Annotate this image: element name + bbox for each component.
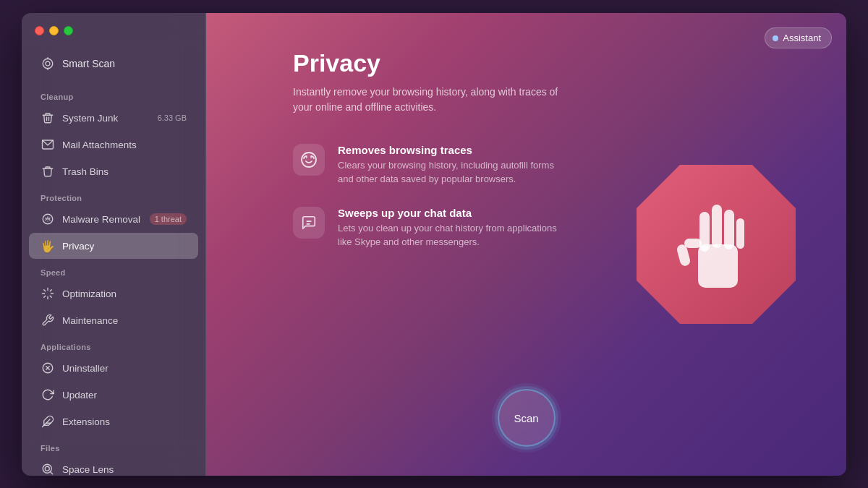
sidebar-item-maintenance[interactable]: Maintenance xyxy=(29,307,198,333)
updater-label: Updater xyxy=(62,390,97,401)
sidebar-item-mail-attachments[interactable]: Mail Attachments xyxy=(29,132,198,158)
sidebar-item-optimization[interactable]: Optimization xyxy=(29,281,198,307)
page-title: Privacy xyxy=(293,49,803,77)
section-header-cleanup: Cleanup xyxy=(22,87,205,104)
chat-data-desc: Lets you clean up your chat history from… xyxy=(338,222,569,249)
browsing-traces-title: Removes browsing traces xyxy=(338,144,569,156)
extensions-label: Extensions xyxy=(62,416,110,427)
assistant-label: Assistant xyxy=(783,33,821,43)
section-header-speed: Speed xyxy=(22,262,205,280)
sidebar-item-system-junk[interactable]: System Junk 6.33 GB xyxy=(29,105,198,131)
system-junk-size: 6.33 GB xyxy=(158,114,187,122)
privacy-icon: 🖐 xyxy=(41,239,55,253)
svg-line-11 xyxy=(50,296,51,297)
svg-line-14 xyxy=(44,296,46,297)
assistant-button[interactable]: Assistant xyxy=(765,27,832,48)
maintenance-label: Maintenance xyxy=(62,315,118,326)
svg-rect-38 xyxy=(724,210,734,249)
section-protection: Protection Malware Removal 1 threat 🖐 Pr… xyxy=(22,185,205,260)
extensions-icon xyxy=(41,414,55,429)
sidebar-item-malware-removal[interactable]: Malware Removal 1 threat xyxy=(29,206,198,232)
scan-button-label: Scan xyxy=(514,412,538,424)
svg-point-1 xyxy=(46,61,50,66)
close-button[interactable] xyxy=(35,26,44,35)
system-junk-icon xyxy=(41,111,55,125)
section-speed: Speed Optimization Maintenance xyxy=(22,260,205,334)
svg-line-10 xyxy=(44,290,46,291)
system-junk-label: System Junk xyxy=(62,113,118,124)
chat-data-title: Sweeps up your chat data xyxy=(338,207,569,219)
minimize-button[interactable] xyxy=(49,26,59,35)
svg-line-15 xyxy=(50,290,51,291)
sidebar-item-extensions[interactable]: Extensions xyxy=(29,408,198,435)
smart-scan-label: Smart Scan xyxy=(62,58,115,69)
chat-data-text: Sweeps up your chat data Lets you clean … xyxy=(338,207,569,249)
section-header-protection: Protection xyxy=(22,188,205,205)
chat-data-icon xyxy=(293,207,325,239)
malware-removal-label: Malware Removal xyxy=(62,214,140,225)
smart-scan-icon xyxy=(41,56,55,71)
mail-attachments-label: Mail Attachments xyxy=(62,140,137,150)
svg-point-0 xyxy=(43,59,53,69)
sidebar-item-smart-scan[interactable]: Smart Scan xyxy=(29,49,198,78)
trash-icon xyxy=(41,164,55,179)
optimization-label: Optimization xyxy=(62,288,116,299)
section-applications: Applications Uninstaller Updater Extensi… xyxy=(22,334,205,435)
page-description: Instantly remove your browsing history, … xyxy=(293,85,568,115)
section-header-applications: Applications xyxy=(22,337,205,354)
trash-bins-label: Trash Bins xyxy=(62,166,109,177)
privacy-illustration xyxy=(629,158,803,331)
optimization-icon xyxy=(41,286,55,301)
traffic-lights xyxy=(35,26,73,35)
browsing-traces-desc: Clears your browsing history, including … xyxy=(338,159,569,187)
space-lens-icon xyxy=(41,462,55,476)
malware-icon xyxy=(41,212,55,226)
maintenance-icon xyxy=(41,313,55,328)
svg-rect-39 xyxy=(736,218,744,249)
sidebar-item-trash-bins[interactable]: Trash Bins xyxy=(29,158,198,184)
assistant-dot xyxy=(773,35,778,41)
malware-threat-badge: 1 threat xyxy=(150,213,187,225)
updater-icon xyxy=(41,388,55,402)
privacy-label: Privacy xyxy=(62,241,94,252)
sidebar-item-uninstaller[interactable]: Uninstaller xyxy=(29,355,198,381)
scan-button-container: Scan xyxy=(498,389,556,447)
main-content: Assistant Privacy Instantly remove your … xyxy=(206,13,846,476)
browsing-traces-icon xyxy=(293,144,325,176)
uninstaller-icon xyxy=(41,361,55,375)
app-window: Smart Scan Cleanup System Junk 6.33 GB M… xyxy=(22,13,846,476)
space-lens-label: Space Lens xyxy=(62,464,114,475)
sidebar: Smart Scan Cleanup System Junk 6.33 GB M… xyxy=(22,13,206,476)
scan-button[interactable]: Scan xyxy=(498,389,556,447)
section-cleanup: Cleanup System Junk 6.33 GB Mail Attachm… xyxy=(22,84,205,185)
sidebar-item-space-lens[interactable]: Space Lens xyxy=(29,456,198,476)
mail-icon xyxy=(41,137,55,152)
svg-point-23 xyxy=(45,466,49,471)
browsing-traces-text: Removes browsing traces Clears your brow… xyxy=(338,144,569,187)
section-header-files: Files xyxy=(22,438,205,455)
sidebar-item-privacy[interactable]: 🖐 Privacy xyxy=(29,233,198,259)
svg-rect-37 xyxy=(712,205,722,248)
svg-rect-40 xyxy=(684,239,702,248)
sidebar-item-updater[interactable]: Updater xyxy=(29,382,198,408)
uninstaller-label: Uninstaller xyxy=(62,363,109,374)
section-files: Files Space Lens Large & Old Files Shred… xyxy=(22,435,205,476)
maximize-button[interactable] xyxy=(64,26,73,35)
svg-line-22 xyxy=(50,471,52,474)
